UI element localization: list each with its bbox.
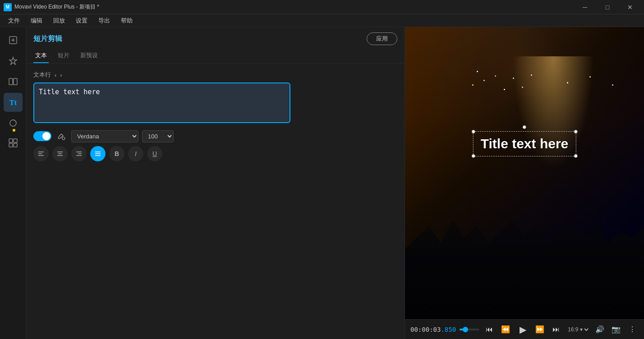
- svg-rect-4: [9, 78, 13, 85]
- playback-bar: 00:00:03.850 ⏮ ⏪ ▶ ⏩ ⏭ 16:9 ▾ 4:3 1:1 9:…: [405, 319, 644, 339]
- skip-start-btn[interactable]: ⏮: [483, 323, 496, 336]
- size-select[interactable]: 50 75 100 125 150: [142, 130, 174, 142]
- menu-edit[interactable]: 编辑: [26, 15, 47, 26]
- sidebar-item-titles[interactable]: Tt: [4, 93, 23, 112]
- svg-rect-5: [14, 78, 17, 85]
- panel-header: 短片剪辑 应用: [26, 27, 405, 45]
- align-left-btn[interactable]: [33, 146, 49, 161]
- svg-text:Tt: Tt: [9, 99, 17, 106]
- svg-point-12: [62, 137, 65, 140]
- close-button[interactable]: ✕: [620, 0, 640, 14]
- svg-rect-10: [9, 143, 13, 147]
- svg-rect-8: [9, 139, 13, 142]
- format-toolbar: Verdana Arial Times New Roman Helvetica …: [33, 130, 397, 142]
- handle-tl[interactable]: [472, 130, 475, 133]
- sidebar-item-transitions[interactable]: [4, 72, 23, 91]
- time-ms: .850: [441, 326, 456, 333]
- menu-export[interactable]: 导出: [94, 15, 115, 26]
- tab-clip[interactable]: 短片: [56, 49, 71, 63]
- align-justify-btn[interactable]: [90, 146, 106, 161]
- svg-rect-9: [14, 139, 17, 142]
- titlebar: M Movavi Video Editor Plus - 新项目 * ─ □ ✕: [0, 0, 644, 14]
- editor-area: 文本行 ‹ › Title text here Verdana Arial Ti…: [26, 64, 405, 339]
- editor-panel: 短片剪辑 应用 文本 短片 新预设 文本行 ‹ › Title text her…: [26, 27, 405, 339]
- text-row-prev[interactable]: ‹: [55, 72, 56, 78]
- svg-marker-3: [9, 57, 17, 64]
- step-forward-btn[interactable]: ⏩: [534, 323, 546, 336]
- apply-button[interactable]: 应用: [367, 32, 397, 45]
- time-current: 00:00:03: [410, 326, 441, 333]
- sidebar-dot: [13, 129, 15, 132]
- text-input[interactable]: Title text here: [33, 82, 290, 123]
- sidebar-item-effects[interactable]: [4, 51, 23, 70]
- time-display: 00:00:03.850: [410, 326, 456, 333]
- svg-rect-11: [14, 143, 17, 147]
- progress-bar[interactable]: [460, 329, 479, 330]
- title-text-overlay[interactable]: Title text here: [473, 131, 576, 156]
- ratio-select[interactable]: 16:9 ▾ 4:3 1:1 9:16: [566, 326, 590, 333]
- handle-tr[interactable]: [574, 130, 577, 133]
- maximize-button[interactable]: □: [597, 0, 618, 14]
- app-title: Movavi Video Editor Plus - 新项目 *: [14, 3, 575, 11]
- bold-btn[interactable]: B: [109, 146, 124, 161]
- main-container: Tt 短片剪辑 应用 文本 短片 新预设 文本行 ‹ ›: [0, 27, 644, 339]
- align-toolbar: B I U: [33, 146, 397, 161]
- handle-br[interactable]: [574, 154, 577, 158]
- underline-btn[interactable]: U: [147, 146, 162, 161]
- app-icon: M: [4, 3, 12, 11]
- snapshot-btn[interactable]: 📷: [610, 323, 622, 336]
- minimize-button[interactable]: ─: [575, 0, 595, 14]
- tab-text[interactable]: 文本: [33, 49, 49, 63]
- align-right-btn[interactable]: [71, 146, 87, 161]
- text-row-next[interactable]: ›: [60, 72, 62, 78]
- menu-file[interactable]: 文件: [4, 15, 24, 26]
- panel-title: 短片剪辑: [33, 34, 62, 44]
- italic-btn[interactable]: I: [128, 146, 143, 161]
- menu-playback[interactable]: 回放: [49, 15, 69, 26]
- align-center-btn[interactable]: [52, 146, 68, 161]
- paint-icon[interactable]: [55, 130, 68, 142]
- menu-settings[interactable]: 设置: [71, 15, 92, 26]
- sidebar-item-add-media[interactable]: [4, 31, 23, 50]
- progress-thumb[interactable]: [463, 327, 468, 332]
- text-row-label: 文本行 ‹ ›: [33, 71, 397, 79]
- sidebar: Tt: [0, 27, 26, 339]
- handle-bl[interactable]: [472, 154, 475, 158]
- font-select[interactable]: Verdana Arial Times New Roman Helvetica: [71, 130, 138, 142]
- volume-btn[interactable]: 🔊: [593, 323, 606, 336]
- preview-video: Title text here: [405, 27, 644, 319]
- play-btn[interactable]: ▶: [515, 322, 530, 337]
- step-back-btn[interactable]: ⏪: [499, 323, 512, 336]
- more-btn[interactable]: ⋮: [626, 323, 639, 336]
- video-background: Title text here: [405, 27, 644, 319]
- text-toggle[interactable]: [33, 131, 51, 141]
- handle-tc[interactable]: [523, 125, 526, 129]
- window-controls: ─ □ ✕: [575, 0, 640, 14]
- menu-help[interactable]: 帮助: [116, 15, 137, 26]
- tab-new-preset[interactable]: 新预设: [78, 49, 100, 63]
- sidebar-item-more[interactable]: [4, 133, 23, 152]
- preview-panel: Title text here 00:00:03.850 ⏮ ⏪ ▶ ⏩ ⏭ 1…: [405, 27, 644, 339]
- preview-title-text: Title text here: [481, 136, 569, 151]
- menubar: 文件 编辑 回放 设置 导出 帮助: [0, 14, 644, 27]
- skip-end-btn[interactable]: ⏭: [550, 323, 562, 336]
- panel-tabs: 文本 短片 新预设: [26, 45, 405, 64]
